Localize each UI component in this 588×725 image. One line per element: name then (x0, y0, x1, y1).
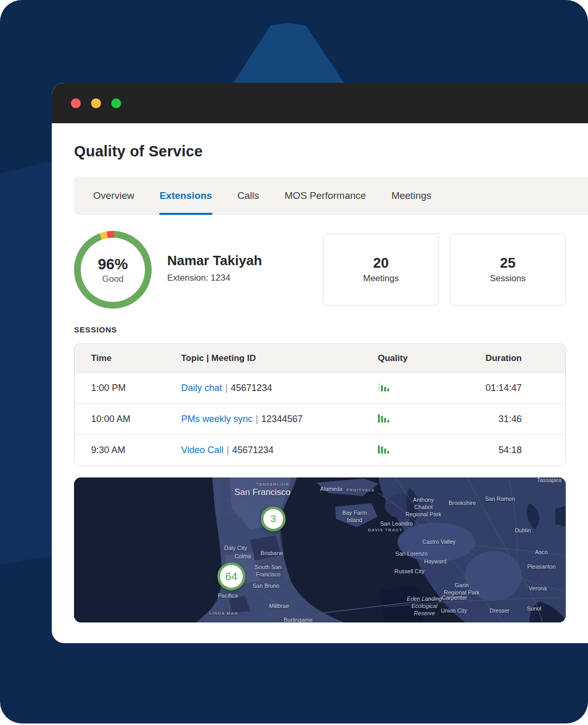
extension-owner-name: Namar Takiyah (167, 253, 262, 269)
sessions-table-header: Time Topic | Meeting ID Quality Duration (75, 344, 565, 372)
tab-bar: Overview Extensions Calls MOS Performanc… (74, 177, 588, 215)
column-header-duration: Duration (469, 353, 522, 364)
sessions-section-heading: SESSIONS (74, 325, 566, 334)
meetings-stat-card: 20 Meetings (323, 234, 439, 306)
quality-bar (387, 388, 389, 392)
minimize-window-button[interactable] (91, 98, 101, 108)
session-topic-cell: PMs weekly sync|12344567 (181, 414, 378, 425)
separator: | (224, 445, 232, 455)
quality-bars-icon (378, 445, 389, 454)
stat-cards: 20 Meetings 25 Sessions (323, 231, 566, 306)
quality-bar (381, 385, 383, 392)
column-header-topic: Topic | Meeting ID (181, 353, 378, 364)
window-titlebar (52, 83, 588, 123)
sessions-location-map[interactable]: TENDERLOINSan FranciscoAlamedaFRUITVALET… (74, 477, 566, 622)
separator: | (222, 383, 231, 393)
map-cluster-marker[interactable]: 3 (261, 506, 286, 531)
map-cluster-marker[interactable]: 64 (217, 562, 245, 590)
meeting-id: 12344567 (261, 414, 303, 424)
tab-extensions[interactable]: Extensions (159, 177, 212, 215)
quality-bar (387, 420, 389, 423)
sessions-count: 25 (500, 255, 516, 271)
column-header-quality: Quality (378, 353, 469, 364)
extension-owner-info: Namar Takiyah Extension: 1234 (167, 231, 262, 283)
tab-meetings[interactable]: Meetings (391, 177, 431, 215)
quality-bar (378, 383, 380, 392)
meetings-count: 20 (373, 255, 389, 271)
quality-bar (384, 387, 386, 392)
quality-donut-chart: 96% Good (74, 231, 152, 309)
map-terrain (74, 477, 566, 622)
session-duration: 01:14:47 (469, 383, 522, 394)
session-duration: 54:18 (469, 445, 522, 456)
session-row: 1:00 PM Daily chat|45671234 01:14:47 (75, 372, 565, 403)
session-topic-cell: Video Call|45671234 (181, 445, 378, 456)
sessions-stat-card: 25 Sessions (450, 234, 566, 306)
tab-overview[interactable]: Overview (93, 177, 134, 215)
session-quality-cell (378, 383, 469, 394)
session-quality-cell (378, 445, 469, 456)
separator: | (253, 414, 261, 424)
quality-bar (381, 416, 383, 423)
session-time: 1:00 PM (91, 383, 181, 394)
tab-mos-performance[interactable]: MOS Performance (285, 177, 366, 215)
session-topic-cell: Daily chat|45671234 (181, 383, 378, 394)
session-topic-link[interactable]: Daily chat (181, 383, 222, 393)
extension-summary-row: 96% Good Namar Takiyah Extension: 1234 2… (74, 231, 566, 309)
quality-bar (381, 446, 383, 454)
sessions-label: Sessions (490, 273, 526, 284)
session-row: 10:00 AM PMs weekly sync|12344567 31:46 (75, 403, 565, 434)
meeting-id: 45671234 (231, 383, 272, 393)
quality-score-label: Good (102, 274, 124, 284)
column-header-time: Time (91, 353, 181, 364)
session-topic-link[interactable]: Video Call (181, 445, 224, 455)
quality-bar (384, 448, 386, 454)
page-title: Quality of Service (74, 143, 566, 160)
session-row: 9:30 AM Video Call|45671234 54:18 (75, 434, 565, 466)
tab-calls[interactable]: Calls (238, 177, 259, 215)
quality-bar (378, 414, 380, 423)
quality-bars-icon (378, 414, 389, 423)
meetings-label: Meetings (363, 273, 399, 284)
fullscreen-window-button[interactable] (111, 98, 121, 108)
quality-bar (378, 445, 380, 454)
close-window-button[interactable] (71, 98, 81, 108)
meeting-id: 45671234 (232, 445, 273, 455)
quality-bars-icon (378, 383, 389, 392)
session-time: 10:00 AM (91, 414, 181, 425)
session-topic-link[interactable]: PMs weekly sync (181, 414, 253, 424)
sessions-table: Time Topic | Meeting ID Quality Duration… (74, 343, 566, 466)
extension-number: Extension: 1234 (167, 273, 262, 283)
session-duration: 31:46 (469, 414, 522, 425)
quality-score: 96% (98, 256, 128, 273)
quality-bar (387, 451, 389, 454)
quality-bar (384, 418, 386, 423)
donut-center: 96% Good (74, 231, 152, 309)
session-time: 9:30 AM (91, 445, 181, 456)
session-quality-cell (378, 414, 469, 425)
app-window: Quality of Service Overview Extensions C… (52, 83, 588, 643)
window-content: Quality of Service Overview Extensions C… (52, 143, 588, 622)
